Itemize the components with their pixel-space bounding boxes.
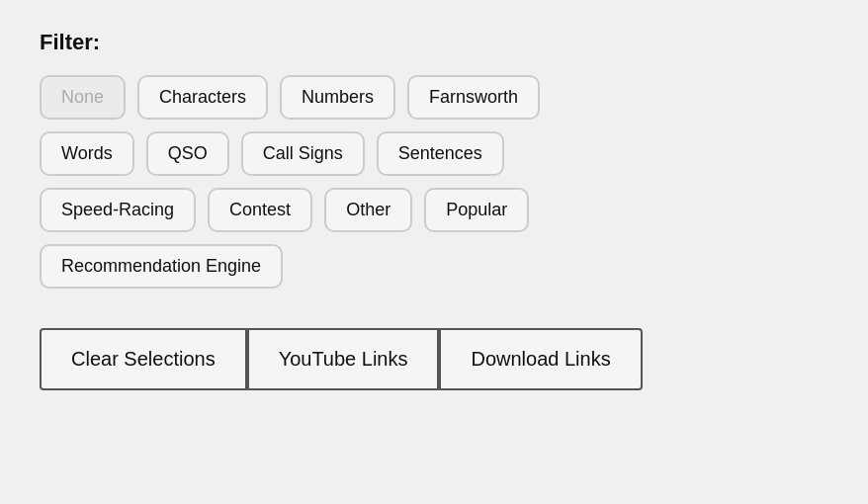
filter-row-2: Speed-RacingContestOtherPopular: [40, 188, 828, 232]
clear-selections-button[interactable]: Clear Selections: [40, 328, 247, 390]
filter-btn-other[interactable]: Other: [324, 188, 412, 232]
filter-btn-numbers[interactable]: Numbers: [280, 75, 395, 120]
filter-btn-words[interactable]: Words: [40, 131, 134, 176]
filter-buttons-group: NoneCharactersNumbersFarnsworthWordsQSOC…: [40, 75, 828, 289]
filter-btn-none: None: [40, 75, 126, 120]
filter-label: Filter:: [40, 30, 828, 55]
filter-row-0: NoneCharactersNumbersFarnsworth: [40, 75, 828, 120]
filter-btn-contest[interactable]: Contest: [208, 188, 312, 232]
filter-btn-sentences[interactable]: Sentences: [377, 131, 504, 176]
filter-btn-speed-racing[interactable]: Speed-Racing: [40, 188, 196, 232]
filter-btn-popular[interactable]: Popular: [424, 188, 529, 232]
filter-btn-farnsworth[interactable]: Farnsworth: [407, 75, 540, 120]
filter-btn-characters[interactable]: Characters: [137, 75, 268, 120]
filter-btn-qso[interactable]: QSO: [146, 131, 229, 176]
download-links-button[interactable]: Download Links: [439, 328, 642, 390]
filter-btn-call-signs[interactable]: Call Signs: [241, 131, 365, 176]
youtube-links-button[interactable]: YouTube Links: [247, 328, 440, 390]
filter-btn-recommendation-engine[interactable]: Recommendation Engine: [40, 244, 283, 289]
main-container: Filter: NoneCharactersNumbersFarnsworthW…: [40, 30, 828, 390]
filter-row-1: WordsQSOCall SignsSentences: [40, 131, 828, 176]
action-buttons-group: Clear Selections YouTube Links Download …: [40, 328, 828, 390]
filter-row-3: Recommendation Engine: [40, 244, 828, 289]
